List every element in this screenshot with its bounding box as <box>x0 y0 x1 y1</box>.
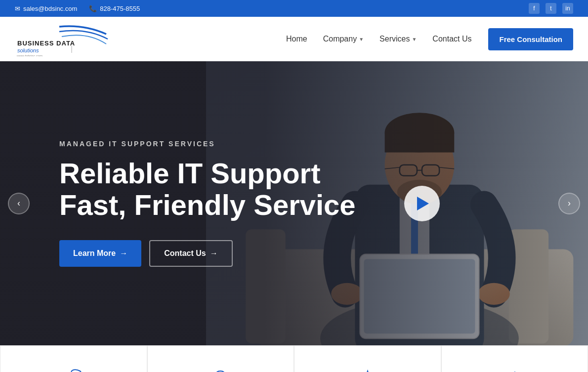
email-text: sales@bdsinc.com <box>23 5 77 12</box>
services-dropdown-arrow: ▼ <box>412 37 417 42</box>
lock-icon <box>207 366 234 372</box>
twitter-icon[interactable]: t <box>546 3 556 14</box>
header: BUSINESS DATA solutions www.bdsinc.com H… <box>0 17 588 61</box>
nav-company[interactable]: Company ▼ <box>316 31 371 47</box>
nav-home[interactable]: Home <box>279 31 314 47</box>
phone-item[interactable]: 📞 828-475-8555 <box>89 5 140 12</box>
service-card-managed-it[interactable]: Managed IT <box>0 345 147 372</box>
linkedin-icon[interactable]: in <box>562 3 573 14</box>
arrow-icon-2: → <box>210 249 218 258</box>
envelope-icon: ✉ <box>15 5 20 12</box>
arrow-icon: → <box>120 249 127 258</box>
gear-icon <box>354 366 381 372</box>
hero-title: Reliable IT Support Fast, Friendly Servi… <box>59 158 588 221</box>
contact-us-hero-button[interactable]: Contact Us → <box>149 240 232 267</box>
company-dropdown-arrow: ▼ <box>359 37 364 42</box>
service-card-happy-clients[interactable]: Happy Clients <box>441 345 588 372</box>
wrench-icon <box>60 366 87 372</box>
services-row: Managed IT IT Security <box>0 345 588 372</box>
nav-services[interactable]: Services ▼ <box>373 31 423 47</box>
hero-buttons: Learn More → Contact Us → <box>59 240 588 267</box>
play-icon <box>417 197 429 210</box>
navigation: Home Company ▼ Services ▼ Contact Us Fre… <box>279 28 573 50</box>
hero-title-line2: Fast, Friendly Service <box>59 189 588 221</box>
logo-svg: BUSINESS DATA solutions www.bdsinc.com <box>15 22 114 56</box>
hero-section: ‹ › MANAGED IT SUPPORT SERVICES Reliable… <box>0 61 588 345</box>
svg-text:solutions: solutions <box>17 47 39 53</box>
play-video-button[interactable] <box>404 186 440 221</box>
hero-title-line1: Reliable IT Support <box>59 158 588 189</box>
thumbsup-icon <box>501 366 528 372</box>
top-bar-contact: ✉ sales@bdsinc.com 📞 828-475-8555 <box>15 5 140 12</box>
social-links: f t in <box>529 3 573 14</box>
prev-slide-button[interactable]: ‹ <box>8 193 30 214</box>
hero-content: MANAGED IT SUPPORT SERVICES Reliable IT … <box>0 61 588 345</box>
top-bar: ✉ sales@bdsinc.com 📞 828-475-8555 f t in <box>0 0 588 17</box>
phone-text: 828-475-8555 <box>100 5 140 12</box>
service-card-it-security[interactable]: IT Security <box>147 345 294 372</box>
hero-subtitle: MANAGED IT SUPPORT SERVICES <box>59 140 588 148</box>
svg-text:BUSINESS DATA: BUSINESS DATA <box>17 40 75 47</box>
service-card-vertical-markets[interactable]: Vertical Markets <box>294 345 441 372</box>
email-item[interactable]: ✉ sales@bdsinc.com <box>15 5 77 12</box>
logo[interactable]: BUSINESS DATA solutions www.bdsinc.com <box>15 22 114 56</box>
facebook-icon[interactable]: f <box>529 3 540 14</box>
learn-more-button[interactable]: Learn More → <box>59 240 141 267</box>
phone-icon: 📞 <box>89 5 97 12</box>
next-slide-button[interactable]: › <box>558 193 580 214</box>
free-consultation-button[interactable]: Free Consultation <box>488 28 573 50</box>
nav-contact[interactable]: Contact Us <box>425 31 478 47</box>
svg-text:www.bdsinc.com: www.bdsinc.com <box>16 54 42 56</box>
